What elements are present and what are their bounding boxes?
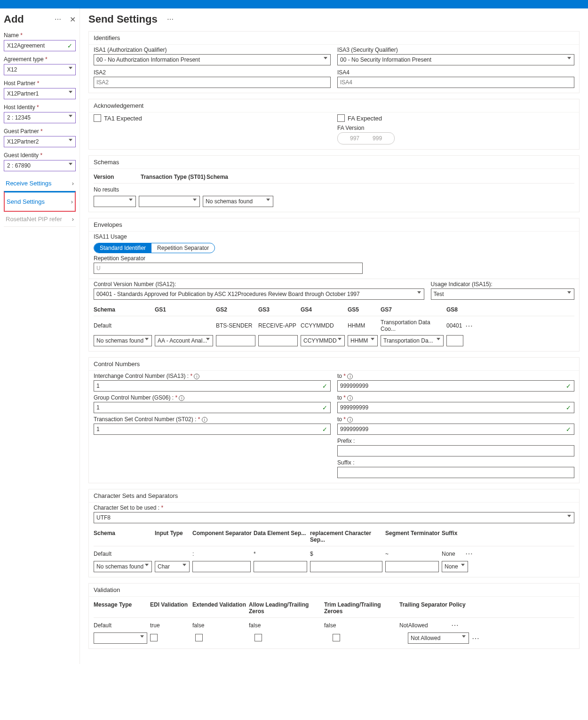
name-label: Name *	[4, 32, 76, 39]
info-icon[interactable]: i	[179, 395, 184, 401]
val-edi-checkbox[interactable]	[150, 634, 158, 641]
host-partner-label: Host Partner *	[4, 80, 76, 87]
prefix-label: Prefix :	[337, 438, 574, 444]
agreement-type-select[interactable]: X12	[4, 64, 76, 75]
info-icon[interactable]: i	[347, 417, 353, 423]
rep-sep-label: Repetition Separator	[94, 255, 574, 262]
prefix-input[interactable]	[337, 445, 574, 456]
col-schema: Schema	[207, 174, 228, 180]
env-schema-select[interactable]: No schemas found	[94, 335, 152, 346]
guest-identity-select[interactable]: 2 : 67890	[4, 160, 76, 171]
col-tt: Transaction Type (ST01)	[141, 174, 207, 180]
schemas-no-results: No results	[94, 184, 574, 196]
usage-indicator-label: Usage Indicator (ISA15):	[431, 281, 574, 288]
nav-receive-settings[interactable]: Receive Settings›	[4, 176, 76, 191]
isa2-input[interactable]	[94, 77, 331, 88]
identifiers-section: Identifiers ISA1 (Authorization Qualifie…	[88, 31, 580, 93]
info-icon[interactable]: i	[202, 417, 207, 423]
val-trim-checkbox[interactable]	[333, 634, 340, 641]
suffix-label: Suffix :	[337, 459, 574, 466]
name-input[interactable]: X12Agreement✓	[4, 40, 76, 51]
host-identity-label: Host Identity *	[4, 104, 76, 111]
row-more-icon[interactable]: ⋯	[465, 549, 473, 558]
cs-data-input[interactable]	[254, 561, 307, 572]
ta1-checkbox[interactable]	[94, 114, 101, 122]
isa13-to-input[interactable]: 999999999✓	[337, 380, 574, 392]
env-gs2-input[interactable]	[216, 335, 255, 346]
validation-title: Validation	[89, 584, 579, 596]
col-version: Version	[94, 174, 141, 180]
val-trail-select[interactable]: Not Allowed	[408, 632, 469, 644]
schema-tt-select[interactable]	[139, 196, 200, 207]
suffix-input[interactable]	[337, 467, 574, 478]
row-more-icon[interactable]: ⋯	[465, 321, 473, 330]
page-more-icon[interactable]: ⋯	[164, 16, 176, 23]
cs-seg-input[interactable]	[385, 561, 439, 572]
st02-from-input[interactable]: 1✓	[94, 424, 331, 435]
schema-select[interactable]: No schemas found	[203, 196, 273, 207]
cs-repl-input[interactable]	[310, 561, 382, 572]
val-lead-checkbox[interactable]	[254, 634, 262, 641]
host-partner-select[interactable]: X12Partner1	[4, 88, 76, 99]
isa4-label: ISA4	[337, 69, 574, 76]
info-icon[interactable]: i	[347, 374, 353, 379]
host-identity-select[interactable]: 2 : 12345	[4, 112, 76, 123]
schema-version-select[interactable]	[94, 196, 136, 207]
isa13-from-input[interactable]: 1✓	[94, 380, 331, 392]
isa3-label: ISA3 (Security Qualifier)	[337, 47, 574, 53]
isa11-toggle[interactable]: Standard Identifier Repetition Separator	[94, 243, 215, 253]
control-section: Control Numbers Interchange Control Numb…	[88, 357, 580, 483]
fa-version-label: FA Version	[337, 125, 574, 131]
env-gs4-select[interactable]: CCYYMMDD	[301, 335, 345, 346]
control-title: Control Numbers	[89, 358, 579, 370]
isa3-select[interactable]: 00 - No Security Information Present	[337, 54, 574, 65]
nav-rosettanet[interactable]: RosettaNet PIP reference›	[4, 212, 76, 227]
envelope-default-row: Default BTS-SENDER RECEIVE-APP CCYYMMDD …	[94, 316, 574, 335]
cs-suffix-select[interactable]: None	[442, 561, 468, 572]
isa1-label: ISA1 (Authorization Qualifier)	[94, 47, 331, 53]
ack-section: Acknowledgement TA1 Expected FA Expected…	[88, 99, 580, 150]
charset-default-row: Default : * $ ~ None ⋯	[94, 546, 574, 561]
schemas-section: Schemas Version Transaction Type (ST01) …	[88, 155, 580, 212]
cs-comp-input[interactable]	[192, 561, 251, 572]
fa-checkbox[interactable]	[337, 114, 345, 122]
info-icon[interactable]: i	[347, 395, 353, 401]
isa11-label: ISA11 Usage	[94, 233, 574, 240]
row-more-icon[interactable]: ⋯	[472, 634, 480, 643]
validation-section: Validation Message Type EDI Validation E…	[88, 583, 580, 649]
ctrl-version-select[interactable]: 00401 - Standards Approved for Publicati…	[94, 288, 424, 300]
usage-indicator-select[interactable]: Test	[431, 288, 574, 300]
cs-inputtype-select[interactable]: Char	[155, 561, 190, 572]
val-msgtype-select[interactable]	[94, 632, 147, 644]
env-gs7-select[interactable]: Transportation Da...	[381, 335, 444, 346]
identifiers-title: Identifiers	[89, 32, 579, 44]
isa1-select[interactable]: 00 - No Authorization Information Presen…	[94, 54, 331, 65]
gs06-to-input[interactable]: 999999999✓	[337, 402, 574, 413]
env-gs3-input[interactable]	[258, 335, 298, 346]
page-title: Send Settings	[88, 13, 158, 25]
cs-schema-select[interactable]: No schemas found	[94, 561, 152, 572]
isa2-label: ISA2	[94, 69, 331, 76]
env-gs8-input[interactable]	[446, 335, 463, 346]
fa-version-toggle: 997999	[337, 132, 395, 144]
info-icon[interactable]: i	[194, 374, 199, 379]
content: Send Settings ⋯ Identifiers ISA1 (Author…	[80, 8, 588, 664]
sidebar-title: Add	[4, 13, 24, 25]
val-ext-checkbox[interactable]	[195, 634, 203, 641]
schemas-title: Schemas	[89, 156, 579, 168]
agreement-type-label: Agreement type *	[4, 56, 76, 63]
charset-select[interactable]: UTF8	[94, 512, 574, 523]
row-more-icon[interactable]: ⋯	[451, 621, 459, 630]
charsets-title: Character Sets and Separators	[89, 489, 579, 502]
close-icon[interactable]: ✕	[70, 15, 76, 24]
rep-sep-input: U	[94, 263, 363, 274]
sidebar: Add ⋯ ✕ Name * X12Agreement✓ Agreement t…	[0, 8, 80, 664]
nav-send-settings[interactable]: Send Settings›	[4, 191, 76, 212]
guest-partner-select[interactable]: X12Partner2	[4, 136, 76, 147]
env-gs1-select[interactable]: AA - Account Anal...	[155, 335, 213, 346]
env-gs5-select[interactable]: HHMM	[348, 335, 378, 346]
st02-to-input[interactable]: 999999999✓	[337, 424, 574, 435]
isa4-input[interactable]	[337, 77, 574, 88]
gs06-from-input[interactable]: 1✓	[94, 402, 331, 413]
more-icon[interactable]: ⋯	[52, 16, 64, 23]
